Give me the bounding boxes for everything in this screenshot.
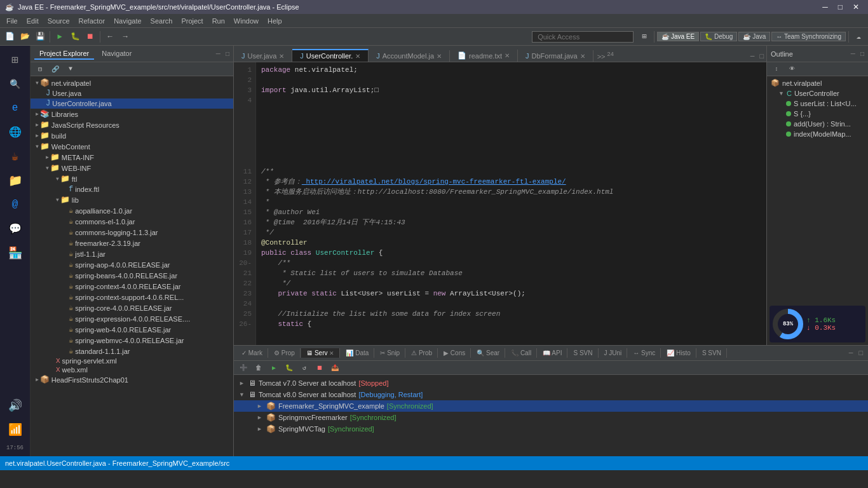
outline-add-method[interactable]: add(User) : Strin... (767, 119, 868, 129)
toolbar-perspectives-btn[interactable]: ⊞ (637, 30, 651, 44)
perspective-team-sync[interactable]: ↔ Team Synchronizing (771, 32, 846, 41)
tree-item-user-java[interactable]: J User.java (31, 88, 233, 98)
taskbar-ie[interactable]: @ (4, 193, 27, 216)
taskbar-wechat[interactable]: 💬 (4, 217, 27, 240)
tree-item-js-resources[interactable]: ► 📁 JavaScript Resources (31, 119, 233, 130)
bottom-tab-sear[interactable]: 🔍 Sear (471, 348, 505, 358)
tree-item-webcontent[interactable]: ▼ 📁 WebContent (31, 141, 233, 152)
tree-item-build[interactable]: ► 📁 build (31, 130, 233, 141)
server-tomcat7[interactable]: ► 🖥 Tomcat v7.0 Server at localhost [Sto… (234, 377, 868, 389)
taskbar-wifi[interactable]: 📶 (4, 418, 27, 441)
tree-item-standard[interactable]: ☕ standard-1.1.1.jar (31, 346, 233, 356)
tree-item-meta-inf[interactable]: ► 📁 META-INF (31, 152, 233, 163)
servers-debug-btn[interactable]: 🐛 (282, 361, 296, 375)
quickaccess-input[interactable] (532, 31, 634, 43)
tab-close-icon[interactable]: ✕ (437, 53, 442, 60)
tab-overflow-btn[interactable]: >> 24 (593, 50, 618, 62)
tree-item-commons-el[interactable]: ☕ commons-el-1.0.jar (31, 216, 233, 227)
tree-item-aopalliance[interactable]: ☕ aopalliance-1.0.jar (31, 205, 233, 216)
bottom-tab-juni[interactable]: J JUni (599, 348, 628, 358)
menu-help[interactable]: Help (264, 16, 286, 26)
explorer-filter-btn[interactable]: ▼ (64, 62, 78, 76)
tree-item-jstl[interactable]: ☕ jstl-1.1.jar (31, 248, 233, 259)
tab-usercontroller-java[interactable]: J UserController. ✕ (292, 49, 369, 62)
perspective-debug[interactable]: 🐛 Debug (700, 32, 737, 41)
menu-window[interactable]: Window (230, 16, 262, 26)
server-springmvc-freemarker[interactable]: ► 📦 SpringmvcFreemarker [Synchronized] (234, 412, 868, 423)
tree-item-spring-core[interactable]: ☕ spring-core-4.0.0.RELEASE.jar (31, 302, 233, 313)
perspective-java[interactable]: ☕ Java (738, 32, 770, 41)
tree-item-usercontroller-java[interactable]: J UserController.java (31, 98, 233, 109)
tree-item-lib[interactable]: ▼ 📁 lib (31, 194, 233, 205)
tab-accountmodel[interactable]: J AccountModel.ja ✕ (369, 50, 450, 62)
tree-item-commons-logging[interactable]: ☕ commons-logging-1.1.3.jar (31, 227, 233, 238)
tree-item-spring-expression[interactable]: ☕ spring-expression-4.0.0.RELEASE.... (31, 313, 233, 324)
outline-anonymous-block[interactable]: S {...} (767, 109, 868, 119)
window-controls[interactable]: ─ □ ✕ (818, 1, 863, 13)
taskbar-chrome[interactable]: 🌐 (4, 121, 27, 144)
explorer-minimize-btn[interactable]: ─ (216, 50, 220, 57)
menu-run[interactable]: Run (208, 16, 229, 26)
tab-close-icon[interactable]: ✕ (580, 53, 585, 60)
taskbar-start[interactable]: ⊞ (4, 48, 27, 71)
toolbar-cloud-btn[interactable]: ☁ (851, 30, 865, 44)
bottom-tab-prop[interactable]: ⚙ Prop (269, 348, 301, 358)
close-button[interactable]: ✕ (849, 1, 863, 13)
bottom-tab-call[interactable]: 📞 Call (506, 348, 537, 358)
bottom-panel-max-btn[interactable]: □ (856, 348, 865, 358)
bottom-panel-min-btn[interactable]: ─ (846, 348, 856, 358)
toolbar-forward-btn[interactable]: → (118, 30, 132, 44)
menu-project[interactable]: Project (177, 16, 207, 26)
toolbar-debug-btn[interactable]: 🐛 (68, 30, 82, 44)
explorer-link-btn[interactable]: 🔗 (48, 62, 62, 76)
bottom-tab-sync[interactable]: ↔ Sync (628, 348, 661, 358)
tree-item-freemarker[interactable]: ☕ freemarker-2.3.19.jar (31, 238, 233, 248)
servers-publish-btn[interactable]: 📤 (328, 361, 342, 375)
tree-item-web-xml[interactable]: X web.xml (31, 365, 233, 374)
minimize-button[interactable]: ─ (818, 1, 832, 13)
bottom-tab-mark[interactable]: ✓ Mark (236, 348, 268, 358)
bottom-tab-svn[interactable]: S SVN (568, 348, 598, 358)
menu-edit[interactable]: Edit (23, 16, 43, 26)
toolbar-back-btn[interactable]: ← (103, 30, 117, 44)
tree-item-spring-beans[interactable]: ☕ spring-beans-4.0.0.RELEASE.jar (31, 270, 233, 281)
bottom-tab-svn2[interactable]: S SVN (697, 348, 727, 358)
tree-item-spring-webmvc[interactable]: ☕ spring-webmvc-4.0.0.RELEASE.jar (31, 335, 233, 346)
toolbar-open-btn[interactable]: 📂 (18, 30, 32, 44)
explorer-maximize-btn[interactable]: □ (226, 50, 229, 57)
taskbar-volume[interactable]: 🔊 (4, 394, 27, 417)
editor-max-btn[interactable]: □ (757, 51, 766, 62)
menu-refactor[interactable]: Refactor (75, 16, 109, 26)
menu-file[interactable]: File (3, 16, 22, 26)
tab-dbformat[interactable]: J DbFormat.java ✕ (518, 50, 593, 62)
tab-close-icon[interactable]: ✕ (355, 53, 360, 60)
tab-project-explorer[interactable]: Project Explorer (34, 48, 94, 60)
maximize-button[interactable]: □ (834, 1, 846, 13)
outline-usercontroller[interactable]: ▼ C UserController (767, 88, 868, 98)
taskbar-store[interactable]: 🏪 (4, 241, 27, 264)
toolbar-save-btn[interactable]: 💾 (33, 30, 47, 44)
tree-item-ftl[interactable]: ▼ 📁 ftl (31, 173, 233, 184)
tab-readme[interactable]: 📄 readme.txt ✕ (450, 50, 518, 62)
taskbar-explorer[interactable]: 📁 (4, 169, 27, 192)
servers-delete-btn[interactable]: 🗑 (252, 361, 266, 375)
outline-sort-btn[interactable]: ↕ (770, 62, 783, 76)
bottom-tab-data[interactable]: 📊 Data (341, 348, 374, 358)
bottom-tab-serv[interactable]: 🖥 Serv ✕ (301, 348, 341, 358)
bottom-tab-histo[interactable]: 📈 Histo (661, 348, 696, 358)
tree-item-spring-servlet-xml[interactable]: X spring-servlet.xml (31, 356, 233, 365)
servers-start-btn[interactable]: ▶ (267, 361, 281, 375)
servers-new-btn[interactable]: ➕ (236, 361, 250, 375)
tree-item-headfirst[interactable]: ► 📦 HeadFirstStruts2Chap01 (31, 374, 233, 385)
tree-item-spring-web[interactable]: ☕ spring-web-4.0.0.RELEASE.jar (31, 324, 233, 335)
menu-navigate[interactable]: Navigate (110, 16, 145, 26)
toolbar-run-btn[interactable]: ▶ (53, 30, 67, 44)
tab-user-java[interactable]: J User.java ✕ (234, 50, 292, 62)
tab-close-icon[interactable]: ✕ (505, 52, 510, 59)
tree-item-web-inf[interactable]: ▼ 📁 WEB-INF (31, 163, 233, 173)
servers-restart-btn[interactable]: ↺ (297, 361, 311, 375)
outline-index-method[interactable]: index(ModelMap... (767, 129, 868, 139)
outline-hide-btn[interactable]: 👁 (785, 62, 799, 76)
tab-navigator[interactable]: Navigator (97, 48, 137, 60)
bottom-tab-snip[interactable]: ✂ Snip (375, 348, 405, 358)
